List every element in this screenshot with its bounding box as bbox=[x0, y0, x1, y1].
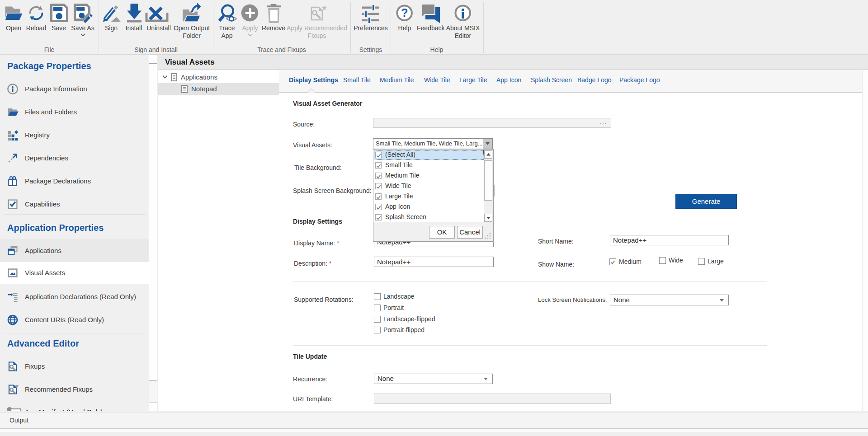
svg-text:?: ? bbox=[401, 6, 408, 19]
